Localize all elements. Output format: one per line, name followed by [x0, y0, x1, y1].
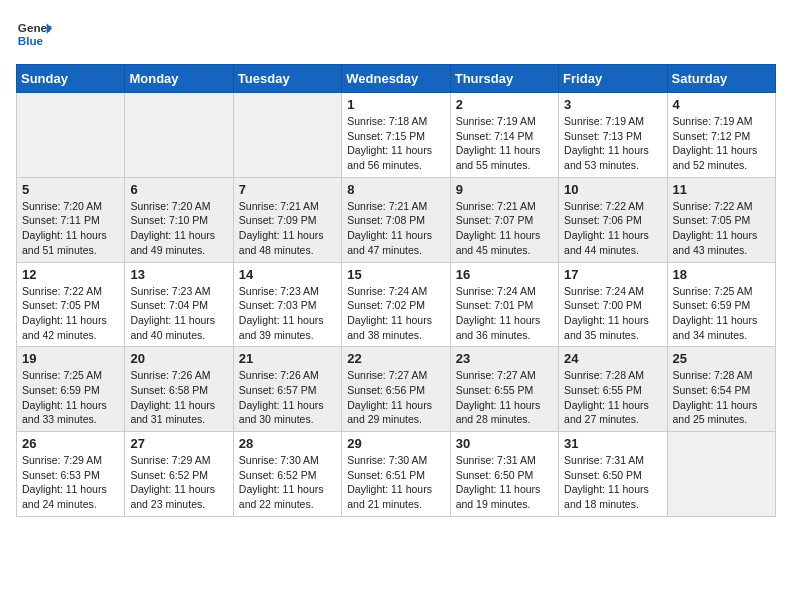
day-number: 17 — [564, 267, 661, 282]
calendar-cell: 16 Sunrise: 7:24 AMSunset: 7:01 PMDaylig… — [450, 262, 558, 347]
weekday-header-sunday: Sunday — [17, 65, 125, 93]
calendar-cell: 9 Sunrise: 7:21 AMSunset: 7:07 PMDayligh… — [450, 177, 558, 262]
day-number: 2 — [456, 97, 553, 112]
calendar-cell — [233, 93, 341, 178]
week-row-2: 5 Sunrise: 7:20 AMSunset: 7:11 PMDayligh… — [17, 177, 776, 262]
day-info: Sunrise: 7:23 AMSunset: 7:03 PMDaylight:… — [239, 285, 324, 341]
calendar-cell — [17, 93, 125, 178]
day-number: 4 — [673, 97, 770, 112]
day-number: 5 — [22, 182, 119, 197]
day-number: 3 — [564, 97, 661, 112]
calendar-cell: 5 Sunrise: 7:20 AMSunset: 7:11 PMDayligh… — [17, 177, 125, 262]
calendar-cell: 17 Sunrise: 7:24 AMSunset: 7:00 PMDaylig… — [559, 262, 667, 347]
day-info: Sunrise: 7:29 AMSunset: 6:52 PMDaylight:… — [130, 454, 215, 510]
day-number: 29 — [347, 436, 444, 451]
day-info: Sunrise: 7:25 AMSunset: 6:59 PMDaylight:… — [673, 285, 758, 341]
day-info: Sunrise: 7:27 AMSunset: 6:56 PMDaylight:… — [347, 369, 432, 425]
weekday-header-saturday: Saturday — [667, 65, 775, 93]
calendar-cell: 22 Sunrise: 7:27 AMSunset: 6:56 PMDaylig… — [342, 347, 450, 432]
calendar-cell: 25 Sunrise: 7:28 AMSunset: 6:54 PMDaylig… — [667, 347, 775, 432]
day-info: Sunrise: 7:24 AMSunset: 7:01 PMDaylight:… — [456, 285, 541, 341]
day-info: Sunrise: 7:28 AMSunset: 6:54 PMDaylight:… — [673, 369, 758, 425]
day-number: 27 — [130, 436, 227, 451]
calendar-cell: 27 Sunrise: 7:29 AMSunset: 6:52 PMDaylig… — [125, 432, 233, 517]
day-info: Sunrise: 7:28 AMSunset: 6:55 PMDaylight:… — [564, 369, 649, 425]
day-number: 16 — [456, 267, 553, 282]
weekday-header-friday: Friday — [559, 65, 667, 93]
day-number: 25 — [673, 351, 770, 366]
calendar-cell: 15 Sunrise: 7:24 AMSunset: 7:02 PMDaylig… — [342, 262, 450, 347]
calendar-cell: 7 Sunrise: 7:21 AMSunset: 7:09 PMDayligh… — [233, 177, 341, 262]
calendar-cell: 13 Sunrise: 7:23 AMSunset: 7:04 PMDaylig… — [125, 262, 233, 347]
day-info: Sunrise: 7:21 AMSunset: 7:07 PMDaylight:… — [456, 200, 541, 256]
calendar-cell: 10 Sunrise: 7:22 AMSunset: 7:06 PMDaylig… — [559, 177, 667, 262]
day-info: Sunrise: 7:29 AMSunset: 6:53 PMDaylight:… — [22, 454, 107, 510]
day-number: 22 — [347, 351, 444, 366]
calendar-cell: 6 Sunrise: 7:20 AMSunset: 7:10 PMDayligh… — [125, 177, 233, 262]
day-info: Sunrise: 7:26 AMSunset: 6:58 PMDaylight:… — [130, 369, 215, 425]
calendar-cell: 29 Sunrise: 7:30 AMSunset: 6:51 PMDaylig… — [342, 432, 450, 517]
calendar-cell: 21 Sunrise: 7:26 AMSunset: 6:57 PMDaylig… — [233, 347, 341, 432]
calendar-cell: 4 Sunrise: 7:19 AMSunset: 7:12 PMDayligh… — [667, 93, 775, 178]
calendar-cell: 14 Sunrise: 7:23 AMSunset: 7:03 PMDaylig… — [233, 262, 341, 347]
calendar: SundayMondayTuesdayWednesdayThursdayFrid… — [16, 64, 776, 517]
day-number: 19 — [22, 351, 119, 366]
day-info: Sunrise: 7:24 AMSunset: 7:00 PMDaylight:… — [564, 285, 649, 341]
calendar-cell: 20 Sunrise: 7:26 AMSunset: 6:58 PMDaylig… — [125, 347, 233, 432]
day-info: Sunrise: 7:19 AMSunset: 7:13 PMDaylight:… — [564, 115, 649, 171]
day-info: Sunrise: 7:19 AMSunset: 7:14 PMDaylight:… — [456, 115, 541, 171]
calendar-cell: 18 Sunrise: 7:25 AMSunset: 6:59 PMDaylig… — [667, 262, 775, 347]
day-number: 28 — [239, 436, 336, 451]
calendar-cell: 19 Sunrise: 7:25 AMSunset: 6:59 PMDaylig… — [17, 347, 125, 432]
day-number: 30 — [456, 436, 553, 451]
weekday-header-monday: Monday — [125, 65, 233, 93]
day-number: 23 — [456, 351, 553, 366]
day-number: 7 — [239, 182, 336, 197]
calendar-cell — [667, 432, 775, 517]
calendar-cell: 3 Sunrise: 7:19 AMSunset: 7:13 PMDayligh… — [559, 93, 667, 178]
logo: General Blue — [16, 16, 52, 52]
calendar-cell: 11 Sunrise: 7:22 AMSunset: 7:05 PMDaylig… — [667, 177, 775, 262]
calendar-cell: 26 Sunrise: 7:29 AMSunset: 6:53 PMDaylig… — [17, 432, 125, 517]
day-info: Sunrise: 7:18 AMSunset: 7:15 PMDaylight:… — [347, 115, 432, 171]
calendar-cell: 23 Sunrise: 7:27 AMSunset: 6:55 PMDaylig… — [450, 347, 558, 432]
calendar-cell: 30 Sunrise: 7:31 AMSunset: 6:50 PMDaylig… — [450, 432, 558, 517]
day-number: 11 — [673, 182, 770, 197]
day-number: 21 — [239, 351, 336, 366]
day-info: Sunrise: 7:19 AMSunset: 7:12 PMDaylight:… — [673, 115, 758, 171]
day-info: Sunrise: 7:31 AMSunset: 6:50 PMDaylight:… — [456, 454, 541, 510]
week-row-3: 12 Sunrise: 7:22 AMSunset: 7:05 PMDaylig… — [17, 262, 776, 347]
weekday-header-row: SundayMondayTuesdayWednesdayThursdayFrid… — [17, 65, 776, 93]
day-number: 6 — [130, 182, 227, 197]
day-number: 12 — [22, 267, 119, 282]
day-number: 18 — [673, 267, 770, 282]
day-info: Sunrise: 7:23 AMSunset: 7:04 PMDaylight:… — [130, 285, 215, 341]
calendar-cell: 8 Sunrise: 7:21 AMSunset: 7:08 PMDayligh… — [342, 177, 450, 262]
day-info: Sunrise: 7:20 AMSunset: 7:11 PMDaylight:… — [22, 200, 107, 256]
day-info: Sunrise: 7:25 AMSunset: 6:59 PMDaylight:… — [22, 369, 107, 425]
day-number: 20 — [130, 351, 227, 366]
header: General Blue — [16, 16, 776, 52]
day-number: 10 — [564, 182, 661, 197]
day-number: 13 — [130, 267, 227, 282]
day-info: Sunrise: 7:22 AMSunset: 7:05 PMDaylight:… — [673, 200, 758, 256]
calendar-cell: 12 Sunrise: 7:22 AMSunset: 7:05 PMDaylig… — [17, 262, 125, 347]
day-info: Sunrise: 7:21 AMSunset: 7:08 PMDaylight:… — [347, 200, 432, 256]
svg-text:Blue: Blue — [18, 34, 44, 47]
day-info: Sunrise: 7:27 AMSunset: 6:55 PMDaylight:… — [456, 369, 541, 425]
calendar-cell: 28 Sunrise: 7:30 AMSunset: 6:52 PMDaylig… — [233, 432, 341, 517]
week-row-4: 19 Sunrise: 7:25 AMSunset: 6:59 PMDaylig… — [17, 347, 776, 432]
day-number: 9 — [456, 182, 553, 197]
day-number: 24 — [564, 351, 661, 366]
day-info: Sunrise: 7:20 AMSunset: 7:10 PMDaylight:… — [130, 200, 215, 256]
weekday-header-thursday: Thursday — [450, 65, 558, 93]
day-info: Sunrise: 7:31 AMSunset: 6:50 PMDaylight:… — [564, 454, 649, 510]
day-number: 14 — [239, 267, 336, 282]
day-number: 26 — [22, 436, 119, 451]
calendar-cell: 31 Sunrise: 7:31 AMSunset: 6:50 PMDaylig… — [559, 432, 667, 517]
day-info: Sunrise: 7:26 AMSunset: 6:57 PMDaylight:… — [239, 369, 324, 425]
day-number: 15 — [347, 267, 444, 282]
calendar-cell: 1 Sunrise: 7:18 AMSunset: 7:15 PMDayligh… — [342, 93, 450, 178]
day-number: 31 — [564, 436, 661, 451]
day-info: Sunrise: 7:30 AMSunset: 6:52 PMDaylight:… — [239, 454, 324, 510]
